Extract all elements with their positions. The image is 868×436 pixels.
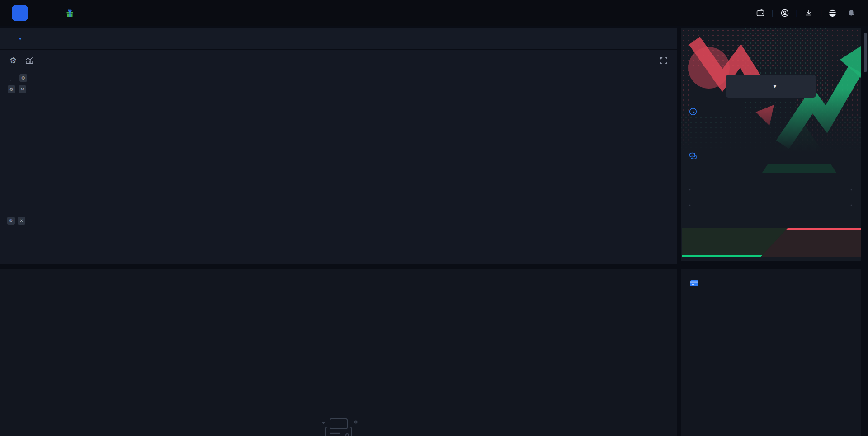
trade-panel: ▼ xyxy=(681,28,861,261)
clock-icon xyxy=(689,108,697,116)
divider: | xyxy=(772,9,774,17)
globe-icon xyxy=(828,9,837,18)
legend-gear-icon[interactable]: ⚙ xyxy=(19,74,27,82)
volume-close-icon[interactable]: ✕ xyxy=(18,217,25,225)
notifications-bell-icon[interactable] xyxy=(846,8,856,18)
coins-icon xyxy=(689,152,697,160)
promo-bonus-link[interactable] xyxy=(66,9,77,17)
chart-settings-gear-icon[interactable]: ⚙ xyxy=(7,55,19,66)
user-account-icon[interactable] xyxy=(780,8,790,18)
buy-buttons xyxy=(682,228,861,257)
divider: | xyxy=(796,9,798,17)
chart-canvas xyxy=(0,71,677,264)
divider: | xyxy=(820,9,822,17)
logo-icon xyxy=(12,5,28,21)
ma-cross-gear-icon[interactable]: ⚙ xyxy=(8,85,15,93)
open-time-section-label xyxy=(689,108,701,116)
empty-state-icon xyxy=(314,415,363,436)
fullscreen-icon[interactable] xyxy=(658,55,670,66)
gift-icon xyxy=(66,9,74,17)
chevron-down-icon: ▼ xyxy=(773,84,778,89)
wallet-icon[interactable] xyxy=(755,8,765,18)
nav-right-cluster: | | | xyxy=(755,8,856,18)
positions-tabs xyxy=(17,277,677,279)
positions-panel xyxy=(0,269,677,436)
volume-gear-icon[interactable]: ⚙ xyxy=(7,217,15,225)
options-account-icon xyxy=(690,279,699,287)
amount-input[interactable] xyxy=(689,189,852,206)
scrollbar-thumb[interactable] xyxy=(864,33,867,72)
ma-cross-close-icon[interactable]: ✕ xyxy=(19,85,26,93)
logo[interactable] xyxy=(12,5,33,21)
pair-selector[interactable]: ▾ xyxy=(16,36,22,42)
chart-toolbar: ⚙ xyxy=(0,50,677,71)
language-switcher[interactable] xyxy=(828,9,840,18)
chart-legend: − ⚙ ⚙ ✕ xyxy=(5,74,35,95)
candlestick-chart[interactable]: − ⚙ ⚙ ✕ ⚙ ✕ xyxy=(0,71,677,264)
open-amount-section-label xyxy=(689,152,701,160)
app-root: | | | xyxy=(0,0,868,436)
pair-change-dropdown[interactable]: ▼ xyxy=(726,75,816,98)
volume-legend: ⚙ ✕ xyxy=(5,217,29,225)
account-panel xyxy=(681,269,861,436)
navbar: | | | xyxy=(0,0,868,26)
chevron-down-icon: ▾ xyxy=(19,36,22,42)
download-app-icon[interactable] xyxy=(804,8,814,18)
indicators-icon[interactable] xyxy=(24,55,35,66)
legend-collapse-icon[interactable]: − xyxy=(5,75,11,81)
ticker-bar: ▾ xyxy=(0,28,677,49)
